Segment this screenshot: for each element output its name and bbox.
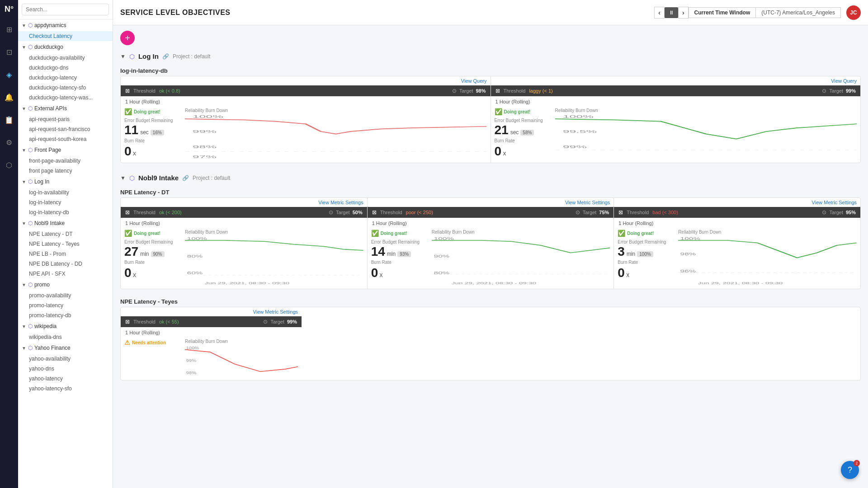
- sidebar-item-log-in-latency-db[interactable]: log-in-latency-db: [18, 207, 113, 217]
- sidebar-group-header-appdynamics[interactable]: ▼ ⬡ appdynamics: [18, 19, 113, 31]
- sidebar-item-yahoo-dns[interactable]: yahoo-dns: [18, 364, 113, 374]
- help-button[interactable]: ? 2: [841, 461, 859, 479]
- sidebar-group-header-yahoo-finance[interactable]: ▼ ⬡ Yahoo Finance: [18, 342, 113, 354]
- metrics-section: ✅ Doing great! Error Budget Remaining 21…: [495, 108, 553, 159]
- svg-text:96%: 96%: [680, 269, 696, 273]
- sidebar-item-duckduckgo-availability[interactable]: duckduckgo-availability: [18, 53, 113, 63]
- sidebar-item-api-south-korea[interactable]: api-request-south-korea: [18, 134, 113, 144]
- sidebar-item-promo-availability[interactable]: promo-availability: [18, 291, 113, 300]
- view-query-link-log-in-laggy[interactable]: View Query: [831, 78, 857, 84]
- svg-text:100%: 100%: [186, 346, 199, 350]
- nav-icon-settings[interactable]: ⚙: [2, 135, 16, 150]
- slo-group-project-nobl9-intake: Project : default: [193, 175, 230, 181]
- sidebar-item-duckduckgo-latency-was[interactable]: duckduckgo-latency-was...: [18, 93, 113, 103]
- sidebar-item-front-page-latency[interactable]: front page latency: [18, 166, 113, 176]
- budget-unit: sec: [140, 129, 149, 136]
- status-badge-needs-attention: ⚠ Needs attention: [124, 339, 183, 346]
- slo-cards-nobl9-intake: NPE Latency - DT View Metric Settings ⊠ …: [113, 185, 868, 380]
- target-value: 99%: [287, 319, 297, 324]
- slo-group-project-log-in: Project : default: [173, 53, 210, 60]
- nav-icon-grid[interactable]: ⊡: [2, 45, 16, 59]
- chart-title: Reliability Burn Down: [678, 230, 857, 235]
- chevron-down-icon[interactable]: ▼: [120, 175, 126, 181]
- link-icon[interactable]: 🔗: [182, 175, 189, 181]
- time-pause-button[interactable]: ⏸: [665, 7, 678, 18]
- nav-icon-report[interactable]: 📋: [2, 113, 16, 127]
- nav-icon-alert[interactable]: 🔔: [2, 90, 16, 104]
- status-label: Doing great!: [381, 231, 407, 236]
- add-slo-button[interactable]: +: [120, 31, 135, 45]
- sidebar-item-duckduckgo-latency-sfo[interactable]: duckduckgo-latency-sfo: [18, 83, 113, 93]
- sidebar-search-container: [18, 0, 113, 19]
- chart-npe-dt-ok: 100% 80% 60% Jun 29, 2021, 08:30 - 09:30: [185, 235, 363, 285]
- sidebar-item-front-page-availability[interactable]: front-page-availability: [18, 156, 113, 166]
- sidebar-group-nobl9-intake: ▼ ⬡ Nobl9 Intake NPE Latency - DT NPE La…: [18, 217, 113, 279]
- rolling-label: 1 Hour (Rolling): [121, 96, 491, 106]
- chevron-down-icon: ▼: [22, 324, 26, 329]
- link-icon[interactable]: 🔗: [162, 53, 169, 60]
- chevron-down-icon: ▼: [22, 23, 26, 28]
- target-section: ⊙ Target 99%: [263, 319, 297, 325]
- panel-body-npe-dt-bad: ✅ Doing great! Error Budget Remaining 3 …: [614, 228, 860, 289]
- time-nav-next-button[interactable]: ›: [678, 7, 689, 19]
- search-input[interactable]: [22, 4, 109, 15]
- chevron-down-icon: ▼: [22, 221, 26, 226]
- sidebar-item-npe-api-sfx[interactable]: NPE API - SFX: [18, 269, 113, 279]
- slo-card-title-npe-teyes: NPE Latency - Teyes: [120, 295, 861, 307]
- sidebar-item-api-san-francisco[interactable]: api-request-san-francisco: [18, 124, 113, 134]
- nav-icon-slo[interactable]: ◈: [2, 67, 16, 82]
- view-metric-settings-link-npe-dt-bad[interactable]: View Metric Settings: [812, 200, 857, 205]
- svg-text:60%: 60%: [187, 271, 203, 275]
- sidebar-item-log-in-latency[interactable]: log-in-latency: [18, 197, 113, 207]
- burn-rate-x: x: [503, 150, 506, 157]
- sidebar-item-npe-db-latency-dd[interactable]: NPE DB Latency - DD: [18, 259, 113, 269]
- view-metric-settings-link-npe-dt-poor[interactable]: View Metric Settings: [565, 200, 610, 205]
- sidebar-item-duckduckgo-dns[interactable]: duckduckgo-dns: [18, 63, 113, 73]
- sidebar-item-promo-latency-db[interactable]: promo-latency-db: [18, 310, 113, 320]
- view-metric-settings-link-npe-dt-ok[interactable]: View Metric Settings: [318, 200, 363, 205]
- threshold-icon: ⊠: [125, 209, 130, 216]
- main-container: SERVICE LEVEL OBJECTIVES ‹ ⏸ › Current T…: [113, 0, 868, 488]
- time-nav-prev-button[interactable]: ‹: [654, 7, 665, 19]
- metrics-section: ✅ Doing great! Error Budget Remaining 3 …: [618, 230, 676, 285]
- error-budget-label: Error Budget Remaining: [124, 118, 183, 123]
- burn-rate-label: Burn Rate: [371, 260, 430, 265]
- target-icon: ⊙: [822, 88, 826, 94]
- sidebar-group-log-in: ▼ ⬡ Log In log-in-availability log-in-la…: [18, 176, 113, 217]
- sidebar-item-duckduckgo-latency[interactable]: duckduckgo-latency: [18, 73, 113, 83]
- sidebar-group-header-duckduckgo[interactable]: ▼ ⬡ duckduckgo: [18, 41, 113, 53]
- sidebar-group-header-front-page[interactable]: ▼ ⬡ Front Page: [18, 144, 113, 156]
- burn-rate-x: x: [133, 271, 136, 278]
- sidebar-item-yahoo-availability[interactable]: yahoo-availability: [18, 354, 113, 364]
- nav-icon-home[interactable]: ⊞: [2, 22, 16, 37]
- sidebar-item-yahoo-latency[interactable]: yahoo-latency: [18, 374, 113, 384]
- svg-text:100%: 100%: [187, 236, 207, 241]
- chevron-down-icon[interactable]: ▼: [120, 53, 126, 60]
- sidebar-group-header-external-apis[interactable]: ▼ ⬡ External APIs: [18, 103, 113, 114]
- sidebar-item-npe-lb-prom[interactable]: NPE LB - Prom: [18, 249, 113, 259]
- slo-group-header-nobl9-intake: ▼ ⬡ Nobl9 Intake 🔗 Project : default: [113, 170, 868, 185]
- sidebar-item-yahoo-latency-sfo[interactable]: yahoo-latency-sfo: [18, 384, 113, 394]
- metrics-section: ⚠ Needs attention: [124, 339, 183, 376]
- group-icon-nobl9-intake: ⬡: [28, 220, 33, 226]
- sidebar-item-promo-latency[interactable]: promo-latency: [18, 300, 113, 310]
- target-value: 75%: [599, 210, 609, 215]
- sidebar-item-checkout-latency[interactable]: Checkout Latency: [18, 31, 113, 41]
- view-metric-settings-link-npe-teyes[interactable]: View Metric Settings: [253, 309, 298, 314]
- sidebar-item-wikipedia-dns[interactable]: wikipedia-dns: [18, 332, 113, 342]
- app-logo: N°: [5, 5, 14, 14]
- chart-npe-dt-bad: 100% 98% 96% Jun 29, 2021, 08:30 - 09:30: [678, 235, 857, 285]
- view-query-link-log-in-ok[interactable]: View Query: [461, 78, 487, 84]
- sidebar-group-header-log-in[interactable]: ▼ ⬡ Log In: [18, 176, 113, 188]
- sidebar-group-header-nobl9-intake[interactable]: ▼ ⬡ Nobl9 Intake: [18, 217, 113, 229]
- burn-rate-row: 0 x: [495, 144, 553, 159]
- sidebar-group-header-wikipedia[interactable]: ▼ ⬡ wikipedia: [18, 320, 113, 332]
- sidebar-item-api-paris[interactable]: api-request-paris: [18, 114, 113, 124]
- nav-icon-integration[interactable]: ⬡: [2, 158, 16, 172]
- sidebar-item-npe-latency-dt[interactable]: NPE Latency - DT: [18, 229, 113, 239]
- avatar[interactable]: JC: [846, 5, 861, 20]
- chart-section-npe-dt-poor: Reliability Burn Down 100% 90% 80% Jun 2…: [432, 230, 610, 285]
- sidebar-item-npe-latency-teyes[interactable]: NPE Latency - Teyes: [18, 239, 113, 249]
- sidebar-item-log-in-availability[interactable]: log-in-availability: [18, 188, 113, 197]
- sidebar-group-header-promo[interactable]: ▼ ⬡ promo: [18, 279, 113, 291]
